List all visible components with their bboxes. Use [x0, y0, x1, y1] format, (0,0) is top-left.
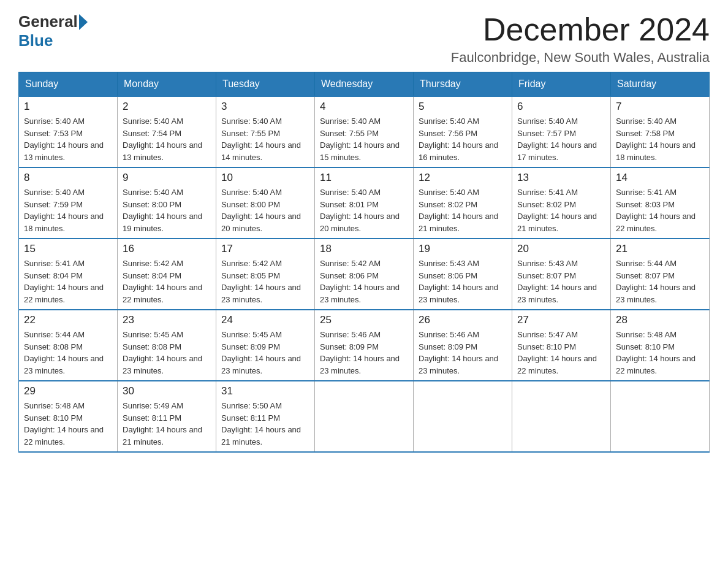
calendar-day-cell: 31 Sunrise: 5:50 AM Sunset: 8:11 PM Dayl…: [216, 381, 315, 452]
day-number: 6: [517, 101, 605, 113]
day-number: 19: [419, 243, 507, 255]
page-header: General Blue December 2024 Faulconbridge…: [18, 12, 710, 66]
day-info: Sunrise: 5:48 AM Sunset: 8:10 PM Dayligh…: [616, 329, 704, 377]
day-number: 12: [419, 172, 507, 184]
calendar-day-cell: 23 Sunrise: 5:45 AM Sunset: 8:08 PM Dayl…: [118, 310, 216, 381]
day-of-week-header: Thursday: [414, 72, 512, 97]
day-of-week-header: Wednesday: [315, 72, 414, 97]
day-number: 29: [24, 385, 112, 397]
day-number: 7: [616, 101, 704, 113]
title-block: December 2024 Faulconbridge, New South W…: [451, 12, 710, 66]
day-number: 1: [24, 101, 112, 113]
calendar-week-row: 15 Sunrise: 5:41 AM Sunset: 8:04 PM Dayl…: [19, 239, 710, 310]
day-number: 30: [123, 385, 211, 397]
calendar-day-cell: 17 Sunrise: 5:42 AM Sunset: 8:05 PM Dayl…: [216, 239, 315, 310]
day-info: Sunrise: 5:40 AM Sunset: 7:55 PM Dayligh…: [221, 115, 309, 163]
calendar-day-cell: 8 Sunrise: 5:40 AM Sunset: 7:59 PM Dayli…: [19, 167, 118, 239]
calendar-day-cell: 25 Sunrise: 5:46 AM Sunset: 8:09 PM Dayl…: [315, 310, 414, 381]
day-info: Sunrise: 5:44 AM Sunset: 8:08 PM Dayligh…: [24, 329, 112, 377]
calendar-day-cell: 14 Sunrise: 5:41 AM Sunset: 8:03 PM Dayl…: [611, 167, 710, 239]
day-info: Sunrise: 5:41 AM Sunset: 8:03 PM Dayligh…: [616, 186, 704, 234]
calendar-day-cell: 5 Sunrise: 5:40 AM Sunset: 7:56 PM Dayli…: [414, 96, 512, 167]
day-info: Sunrise: 5:40 AM Sunset: 8:01 PM Dayligh…: [320, 186, 408, 234]
calendar-day-cell: 3 Sunrise: 5:40 AM Sunset: 7:55 PM Dayli…: [216, 96, 315, 167]
day-info: Sunrise: 5:47 AM Sunset: 8:10 PM Dayligh…: [517, 329, 605, 377]
day-info: Sunrise: 5:40 AM Sunset: 7:57 PM Dayligh…: [517, 115, 605, 163]
day-info: Sunrise: 5:45 AM Sunset: 8:09 PM Dayligh…: [221, 329, 309, 377]
day-number: 24: [221, 314, 309, 326]
logo-blue-text: Blue: [18, 31, 53, 50]
day-number: 9: [123, 172, 211, 184]
calendar-day-cell: 24 Sunrise: 5:45 AM Sunset: 8:09 PM Dayl…: [216, 310, 315, 381]
calendar-day-cell: 21 Sunrise: 5:44 AM Sunset: 8:07 PM Dayl…: [611, 239, 710, 310]
calendar-week-row: 22 Sunrise: 5:44 AM Sunset: 8:08 PM Dayl…: [19, 310, 710, 381]
calendar-day-cell: 16 Sunrise: 5:42 AM Sunset: 8:04 PM Dayl…: [118, 239, 216, 310]
calendar-week-row: 29 Sunrise: 5:48 AM Sunset: 8:10 PM Dayl…: [19, 381, 710, 452]
day-number: 4: [320, 101, 408, 113]
calendar-day-cell: 2 Sunrise: 5:40 AM Sunset: 7:54 PM Dayli…: [118, 96, 216, 167]
day-number: 20: [517, 243, 605, 255]
day-number: 15: [24, 243, 112, 255]
calendar-day-cell: 27 Sunrise: 5:47 AM Sunset: 8:10 PM Dayl…: [512, 310, 611, 381]
day-number: 28: [616, 314, 704, 326]
calendar-day-cell: [315, 381, 414, 452]
day-number: 2: [123, 101, 211, 113]
day-number: 14: [616, 172, 704, 184]
day-info: Sunrise: 5:49 AM Sunset: 8:11 PM Dayligh…: [123, 400, 211, 448]
day-info: Sunrise: 5:40 AM Sunset: 7:58 PM Dayligh…: [616, 115, 704, 163]
day-info: Sunrise: 5:45 AM Sunset: 8:08 PM Dayligh…: [123, 329, 211, 377]
day-of-week-header: Monday: [118, 72, 216, 97]
day-info: Sunrise: 5:46 AM Sunset: 8:09 PM Dayligh…: [419, 329, 507, 377]
calendar-day-cell: 13 Sunrise: 5:41 AM Sunset: 8:02 PM Dayl…: [512, 167, 611, 239]
day-number: 16: [123, 243, 211, 255]
month-title: December 2024: [451, 12, 710, 47]
calendar-day-cell: [611, 381, 710, 452]
day-number: 5: [419, 101, 507, 113]
day-number: 11: [320, 172, 408, 184]
day-number: 13: [517, 172, 605, 184]
day-info: Sunrise: 5:40 AM Sunset: 7:59 PM Dayligh…: [24, 186, 112, 234]
day-info: Sunrise: 5:41 AM Sunset: 8:04 PM Dayligh…: [24, 258, 112, 305]
day-info: Sunrise: 5:46 AM Sunset: 8:09 PM Dayligh…: [320, 329, 408, 377]
calendar-day-cell: 7 Sunrise: 5:40 AM Sunset: 7:58 PM Dayli…: [611, 96, 710, 167]
day-info: Sunrise: 5:44 AM Sunset: 8:07 PM Dayligh…: [616, 258, 704, 305]
day-info: Sunrise: 5:42 AM Sunset: 8:04 PM Dayligh…: [123, 258, 211, 305]
location-title: Faulconbridge, New South Wales, Australi…: [451, 50, 710, 66]
day-number: 10: [221, 172, 309, 184]
calendar-day-cell: 11 Sunrise: 5:40 AM Sunset: 8:01 PM Dayl…: [315, 167, 414, 239]
calendar-day-cell: [414, 381, 512, 452]
day-number: 31: [221, 385, 309, 397]
calendar-day-cell: 29 Sunrise: 5:48 AM Sunset: 8:10 PM Dayl…: [19, 381, 118, 452]
calendar-week-row: 1 Sunrise: 5:40 AM Sunset: 7:53 PM Dayli…: [19, 96, 710, 167]
days-of-week-row: SundayMondayTuesdayWednesdayThursdayFrid…: [19, 72, 710, 97]
day-number: 17: [221, 243, 309, 255]
logo-general-text: General: [18, 12, 78, 31]
logo-arrow-icon: [79, 14, 88, 30]
day-info: Sunrise: 5:40 AM Sunset: 7:53 PM Dayligh…: [24, 115, 112, 163]
calendar-day-cell: 1 Sunrise: 5:40 AM Sunset: 7:53 PM Dayli…: [19, 96, 118, 167]
logo: General Blue: [18, 12, 89, 50]
calendar-day-cell: 12 Sunrise: 5:40 AM Sunset: 8:02 PM Dayl…: [414, 167, 512, 239]
day-info: Sunrise: 5:40 AM Sunset: 7:56 PM Dayligh…: [419, 115, 507, 163]
day-number: 22: [24, 314, 112, 326]
calendar-day-cell: 4 Sunrise: 5:40 AM Sunset: 7:55 PM Dayli…: [315, 96, 414, 167]
day-number: 27: [517, 314, 605, 326]
calendar-table: SundayMondayTuesdayWednesdayThursdayFrid…: [18, 72, 710, 453]
calendar-day-cell: 20 Sunrise: 5:43 AM Sunset: 8:07 PM Dayl…: [512, 239, 611, 310]
calendar-day-cell: [512, 381, 611, 452]
calendar-day-cell: 15 Sunrise: 5:41 AM Sunset: 8:04 PM Dayl…: [19, 239, 118, 310]
day-number: 8: [24, 172, 112, 184]
day-info: Sunrise: 5:42 AM Sunset: 8:05 PM Dayligh…: [221, 258, 309, 305]
day-of-week-header: Tuesday: [216, 72, 315, 97]
day-info: Sunrise: 5:40 AM Sunset: 8:02 PM Dayligh…: [419, 186, 507, 234]
day-number: 26: [419, 314, 507, 326]
calendar-body: 1 Sunrise: 5:40 AM Sunset: 7:53 PM Dayli…: [19, 96, 710, 452]
day-of-week-header: Saturday: [611, 72, 710, 97]
day-number: 18: [320, 243, 408, 255]
day-number: 25: [320, 314, 408, 326]
calendar-day-cell: 22 Sunrise: 5:44 AM Sunset: 8:08 PM Dayl…: [19, 310, 118, 381]
calendar-day-cell: 6 Sunrise: 5:40 AM Sunset: 7:57 PM Dayli…: [512, 96, 611, 167]
calendar-day-cell: 19 Sunrise: 5:43 AM Sunset: 8:06 PM Dayl…: [414, 239, 512, 310]
calendar-day-cell: 30 Sunrise: 5:49 AM Sunset: 8:11 PM Dayl…: [118, 381, 216, 452]
day-info: Sunrise: 5:42 AM Sunset: 8:06 PM Dayligh…: [320, 258, 408, 305]
